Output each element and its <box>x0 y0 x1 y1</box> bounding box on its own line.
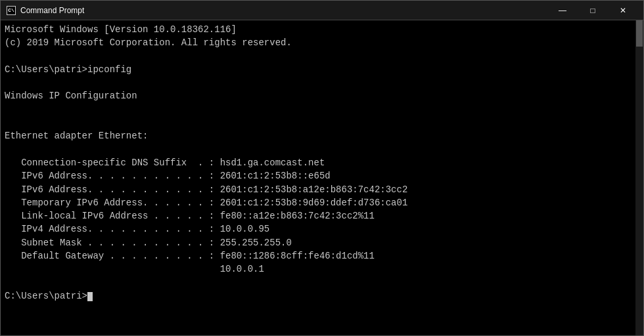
cmd-icon: C\ <box>6 5 16 16</box>
window-title: Command Prompt <box>20 6 84 15</box>
scrollbar-thumb[interactable] <box>636 20 643 47</box>
console-text: Microsoft Windows [Version 10.0.18362.11… <box>5 23 639 303</box>
minimize-button[interactable]: — <box>547 1 578 20</box>
maximize-button[interactable]: □ <box>578 1 608 20</box>
scrollbar[interactable] <box>635 20 643 335</box>
console-output[interactable]: Microsoft Windows [Version 10.0.18362.11… <box>1 20 643 335</box>
cursor <box>87 292 93 301</box>
title-bar-left: C\ Command Prompt <box>6 5 84 16</box>
window-controls: — □ ✕ <box>547 1 638 20</box>
close-button[interactable]: ✕ <box>608 1 638 20</box>
title-bar: C\ Command Prompt — □ ✕ <box>1 1 643 20</box>
command-prompt-window: C\ Command Prompt — □ ✕ Microsoft Window… <box>0 0 644 336</box>
